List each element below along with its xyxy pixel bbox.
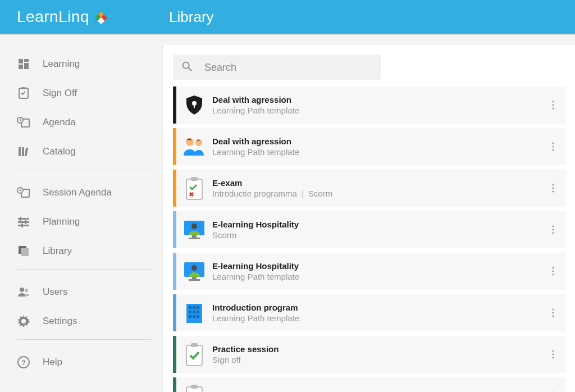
svg-point-72: [552, 315, 554, 317]
dashboard-icon: [17, 57, 43, 71]
svg-rect-9: [22, 87, 25, 89]
sidebar-item-settings[interactable]: Settings: [17, 307, 152, 336]
svg-point-40: [552, 149, 554, 151]
sidebar-item-label: Learning: [43, 58, 80, 70]
svg-point-57: [552, 267, 554, 268]
sidebar-item-label: Planning: [43, 216, 80, 227]
svg-rect-6: [24, 63, 29, 69]
item-thumbnail-icon: [176, 384, 212, 392]
page-title: Library: [169, 8, 213, 26]
item-subtitle: Introductie programma|Scorm: [212, 189, 540, 198]
search-box[interactable]: [173, 55, 381, 80]
library-list: Deal with agressionLearning Path templat…: [163, 86, 575, 392]
svg-rect-56: [189, 279, 200, 281]
item-menu-button[interactable]: [540, 308, 566, 318]
svg-rect-48: [192, 235, 197, 238]
sidebar-group-3: ? Help: [17, 348, 152, 380]
item-thumbnail-icon: [176, 260, 212, 282]
svg-point-58: [552, 270, 554, 272]
svg-rect-62: [193, 306, 195, 309]
sidebar-item-label: Sign Off: [43, 88, 77, 99]
svg-rect-21: [25, 220, 26, 224]
sidebar-group-1: Session Agenda Planning Library: [17, 178, 152, 270]
svg-rect-14: [25, 148, 29, 156]
item-menu-button[interactable]: [540, 349, 566, 359]
library-item[interactable]: E-examIntroductie programma|Scorm: [173, 170, 566, 207]
library-item[interactable]: Deal with agressionLearning Path templat…: [173, 86, 566, 124]
svg-point-26: [25, 289, 28, 292]
item-menu-button[interactable]: [540, 100, 566, 110]
svg-rect-20: [20, 217, 21, 221]
sidebar-item-users[interactable]: Users: [17, 277, 152, 307]
svg-rect-61: [189, 306, 191, 309]
gear-icon: [17, 314, 43, 328]
svg-point-50: [552, 225, 554, 227]
users-icon: [17, 285, 43, 299]
sidebar-item-signoff[interactable]: Sign Off: [17, 79, 152, 108]
sliders-icon: [17, 215, 43, 229]
svg-rect-32: [194, 104, 195, 108]
library-item[interactable]: Introduction programLearning Path templa…: [173, 294, 566, 331]
item-menu-button[interactable]: [540, 266, 566, 276]
svg-rect-55: [192, 277, 197, 279]
item-menu-button[interactable]: [540, 183, 566, 193]
item-title: Deal with agression: [212, 95, 540, 104]
svg-rect-4: [19, 59, 23, 63]
item-info: Introduction programLearning Path templa…: [212, 303, 540, 323]
svg-rect-24: [21, 248, 29, 256]
svg-rect-69: [197, 315, 199, 318]
stacks-icon: [17, 244, 43, 258]
item-info: Deal with agressionLearning Path templat…: [212, 136, 540, 157]
svg-rect-49: [189, 238, 200, 239]
item-info: Deal with agressionLearning Path templat…: [212, 95, 540, 115]
sidebar-item-library[interactable]: Library: [17, 236, 152, 266]
sidebar: Learning Sign Off Agenda Catalog: [0, 35, 163, 392]
library-item[interactable]: Practice session: [173, 377, 566, 392]
library-item[interactable]: E-learning HospitalityScorm: [173, 211, 566, 248]
svg-rect-79: [191, 385, 198, 389]
svg-rect-7: [19, 65, 23, 69]
svg-point-70: [552, 308, 554, 310]
search-input[interactable]: [203, 61, 373, 74]
library-item[interactable]: E-learning HospitalityLearning Path temp…: [173, 253, 566, 290]
svg-rect-63: [197, 306, 199, 309]
svg-point-34: [552, 104, 554, 106]
item-subtitle: Learning Path template: [212, 147, 540, 157]
svg-point-59: [552, 274, 554, 275]
item-info: E-examIntroductie programma|Scorm: [212, 178, 540, 198]
brand-logo: LearnLinq: [17, 8, 107, 26]
svg-line-30: [189, 68, 192, 71]
sidebar-item-help[interactable]: ? Help: [17, 348, 152, 377]
item-menu-button[interactable]: [540, 142, 566, 152]
app-header: LearnLinq Library: [0, 0, 575, 34]
item-thumbnail-icon: [176, 302, 212, 324]
svg-rect-64: [189, 311, 191, 313]
sidebar-item-agenda[interactable]: Agenda: [17, 108, 152, 137]
library-item[interactable]: Practice sessionSign off: [173, 336, 566, 373]
item-thumbnail-icon: [176, 342, 212, 367]
sidebar-item-learning[interactable]: Learning: [17, 49, 152, 79]
item-subtitle: Scorm: [212, 230, 540, 240]
item-thumbnail-icon: [176, 93, 212, 117]
svg-point-35: [552, 107, 554, 109]
books-icon: [17, 145, 43, 158]
svg-point-51: [552, 229, 554, 230]
svg-point-45: [552, 190, 554, 192]
svg-point-25: [20, 288, 24, 292]
svg-rect-19: [18, 225, 29, 226]
item-menu-button[interactable]: [540, 225, 566, 235]
sidebar-group-0: Learning Sign Off Agenda Catalog: [17, 49, 152, 170]
svg-rect-74: [191, 343, 198, 347]
sidebar-item-session-agenda[interactable]: Session Agenda: [17, 178, 152, 207]
item-thumbnail-icon: [176, 218, 212, 241]
item-title: E-learning Hospitality: [212, 261, 540, 271]
sidebar-item-catalog[interactable]: Catalog: [17, 137, 152, 166]
sidebar-item-planning[interactable]: Planning: [17, 207, 152, 236]
sidebar-item-label: Settings: [43, 316, 77, 327]
library-item[interactable]: Deal with agressionLearning Path templat…: [173, 128, 566, 165]
item-info: E-learning HospitalityScorm: [212, 220, 540, 240]
item-info: Practice sessionSign off: [212, 344, 540, 364]
sidebar-item-label: Catalog: [43, 146, 76, 157]
item-thumbnail-icon: [176, 176, 212, 200]
svg-point-39: [552, 145, 554, 147]
